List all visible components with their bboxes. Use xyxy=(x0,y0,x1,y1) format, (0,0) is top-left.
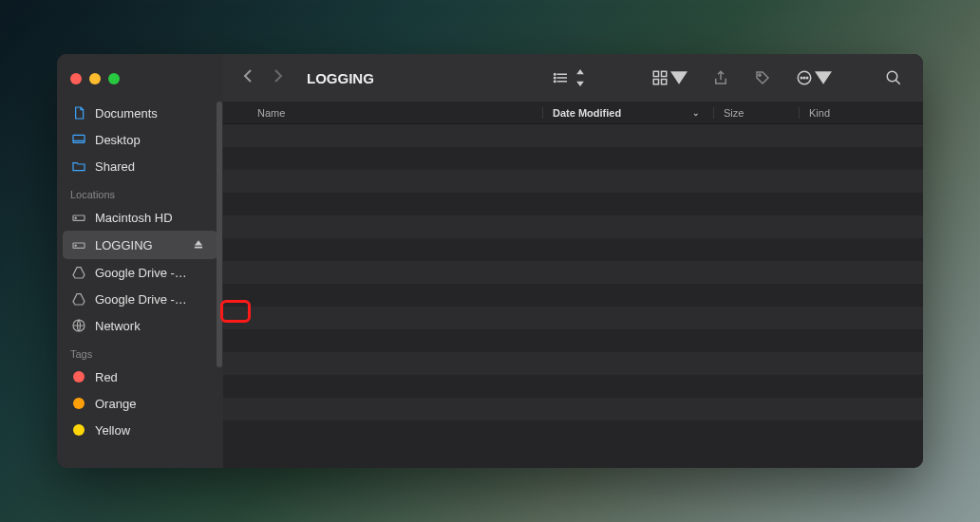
group-button[interactable] xyxy=(644,65,695,90)
sidebar-item-google-drive-2[interactable]: Google Drive -… xyxy=(57,286,223,312)
hdd-icon xyxy=(70,236,87,253)
table-row[interactable] xyxy=(223,147,923,170)
window-controls xyxy=(57,64,223,100)
sidebar-item-label: Yellow xyxy=(95,423,214,438)
svg-point-4 xyxy=(75,245,76,246)
view-mode-button[interactable] xyxy=(545,65,596,90)
gdrive-icon xyxy=(70,290,87,308)
toolbar: LOGGING xyxy=(223,54,923,102)
sidebar: Documents Desktop Shared Locations Maci xyxy=(57,54,223,468)
sidebar-item-network[interactable]: Network xyxy=(57,312,223,339)
main-pane: LOGGING xyxy=(223,54,923,468)
table-row[interactable] xyxy=(223,352,923,375)
table-row[interactable] xyxy=(223,398,923,420)
svg-rect-5 xyxy=(195,247,202,249)
svg-rect-15 xyxy=(653,80,658,84)
back-button[interactable] xyxy=(242,67,254,89)
share-button[interactable] xyxy=(705,65,737,90)
tag-dot-icon xyxy=(70,395,87,412)
tag-button[interactable] xyxy=(746,65,779,90)
sidebar-item-label: Desktop xyxy=(95,133,214,147)
column-date-modified[interactable]: Date Modified ⌄ xyxy=(543,107,714,119)
sidebar-item-logging[interactable]: LOGGING xyxy=(63,231,217,259)
eject-icon[interactable] xyxy=(189,235,208,254)
table-row[interactable] xyxy=(223,307,923,329)
file-list[interactable] xyxy=(223,124,923,468)
table-row[interactable] xyxy=(223,193,923,215)
desktop-icon xyxy=(70,131,87,148)
table-row[interactable] xyxy=(223,238,923,261)
column-name[interactable]: Name xyxy=(223,107,543,119)
svg-rect-16 xyxy=(662,80,667,84)
sidebar-item-label: Macintosh HD xyxy=(95,211,214,225)
sidebar-section-tags: Tags xyxy=(57,339,223,364)
fullscreen-window-button[interactable] xyxy=(108,73,120,84)
hdd-icon xyxy=(70,209,87,226)
svg-point-21 xyxy=(806,77,808,79)
svg-rect-0 xyxy=(73,135,85,142)
search-button[interactable] xyxy=(877,65,910,90)
svg-point-2 xyxy=(75,217,76,218)
svg-rect-14 xyxy=(662,71,667,76)
svg-point-17 xyxy=(759,74,761,76)
finder-window: Documents Desktop Shared Locations Maci xyxy=(57,54,923,468)
table-row[interactable] xyxy=(223,215,923,238)
svg-point-22 xyxy=(887,71,897,82)
network-icon xyxy=(70,317,87,334)
sidebar-item-google-drive-1[interactable]: Google Drive -… xyxy=(57,259,223,286)
sidebar-item-label: Red xyxy=(95,370,214,384)
sidebar-item-label: Network xyxy=(95,319,214,333)
table-row[interactable] xyxy=(223,124,923,147)
sort-indicator-icon: ⌄ xyxy=(692,108,700,118)
svg-line-23 xyxy=(895,80,900,84)
table-row[interactable] xyxy=(223,170,923,193)
table-row[interactable] xyxy=(223,261,923,284)
nav-arrows xyxy=(242,67,284,89)
sidebar-item-label: Documents xyxy=(95,106,214,121)
table-row[interactable] xyxy=(223,375,923,398)
sidebar-scrollbar[interactable] xyxy=(217,102,222,367)
svg-point-19 xyxy=(801,77,802,79)
document-icon xyxy=(70,104,87,121)
sidebar-item-macintosh-hd[interactable]: Macintosh HD xyxy=(57,204,223,231)
forward-button[interactable] xyxy=(273,67,284,89)
close-window-button[interactable] xyxy=(70,73,82,84)
table-row[interactable] xyxy=(223,329,923,352)
sidebar-section-locations: Locations xyxy=(57,179,223,204)
sidebar-item-desktop[interactable]: Desktop xyxy=(57,126,223,153)
svg-rect-13 xyxy=(653,71,658,76)
sidebar-item-label: Shared xyxy=(95,159,214,174)
svg-point-12 xyxy=(555,81,556,83)
window-title: LOGGING xyxy=(307,70,374,86)
sidebar-item-label: Orange xyxy=(95,397,214,411)
column-headers: Name Date Modified ⌄ Size Kind xyxy=(223,102,923,124)
tag-dot-icon xyxy=(70,421,87,438)
table-row[interactable] xyxy=(223,284,923,307)
action-menu-button[interactable] xyxy=(788,65,839,90)
sidebar-item-documents[interactable]: Documents xyxy=(57,100,223,126)
svg-point-11 xyxy=(555,77,556,79)
sidebar-tag-red[interactable]: Red xyxy=(57,364,223,390)
sidebar-item-label: LOGGING xyxy=(95,238,181,252)
svg-point-10 xyxy=(555,74,556,76)
tag-dot-icon xyxy=(70,368,87,385)
column-size[interactable]: Size xyxy=(714,107,800,119)
svg-point-20 xyxy=(803,77,805,79)
sidebar-tag-orange[interactable]: Orange xyxy=(57,390,223,417)
sidebar-item-label: Google Drive -… xyxy=(95,266,214,280)
minimize-window-button[interactable] xyxy=(89,73,101,84)
table-row[interactable] xyxy=(223,420,923,443)
sidebar-tag-yellow[interactable]: Yellow xyxy=(57,417,223,443)
folder-icon xyxy=(70,158,87,175)
sidebar-content: Documents Desktop Shared Locations Maci xyxy=(57,100,223,468)
sidebar-item-shared[interactable]: Shared xyxy=(57,153,223,179)
gdrive-icon xyxy=(70,264,87,281)
sidebar-item-label: Google Drive -… xyxy=(95,292,214,307)
column-kind[interactable]: Kind xyxy=(800,107,923,119)
